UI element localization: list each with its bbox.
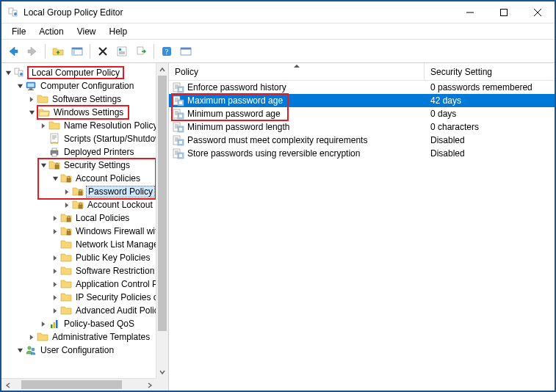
tree-item-windows-firewall[interactable]: Windows Firewall with Advanced Security [3, 225, 156, 238]
tree-item-deployed-printers[interactable]: Deployed Printers [3, 145, 156, 159]
list-row[interactable]: Minimum password age0 days [169, 107, 555, 120]
toolbar-up-button[interactable] [49, 43, 67, 60]
tree-item-software-settings[interactable]: Software Settings [3, 92, 156, 106]
scroll-down-button[interactable] [156, 366, 168, 378]
chevron-right-icon [29, 334, 35, 341]
toolbar-back-button[interactable] [4, 43, 22, 60]
expander[interactable] [62, 186, 72, 197]
scroll-right-button[interactable] [143, 379, 156, 391]
list-row[interactable]: Enforce password history0 passwords reme… [169, 81, 555, 94]
chevron-left-icon [5, 382, 11, 388]
expander[interactable] [50, 266, 60, 276]
printer-icon [48, 146, 60, 158]
maximize-button[interactable] [487, 1, 521, 23]
expander[interactable] [26, 107, 37, 117]
scroll-left-button[interactable] [1, 379, 14, 391]
tree-item-account-lockout[interactable]: Account Lockout Policy [3, 198, 156, 211]
list-row[interactable]: Password must meet complexity requiremen… [169, 134, 555, 147]
scroll-track[interactable] [14, 379, 143, 391]
close-button[interactable] [521, 1, 555, 23]
chevron-right-icon [52, 308, 59, 314]
cell-setting: Disabled [425, 148, 555, 159]
toolbar-help-button[interactable] [158, 43, 176, 60]
expander[interactable] [50, 253, 60, 263]
toolbar-view-button[interactable] [177, 43, 195, 60]
menu-action[interactable]: Action [33, 25, 69, 38]
minimize-icon [466, 9, 474, 16]
expander[interactable] [50, 305, 60, 316]
maximize-icon [500, 9, 508, 16]
list-row[interactable]: Store passwords using reversible encrypt… [169, 147, 555, 160]
delete-icon [97, 46, 109, 57]
cell-policy: Enforce password history [169, 81, 425, 93]
column-header-setting[interactable]: Security Setting [425, 63, 555, 80]
tree-item-software-restriction[interactable]: Software Restriction Policies [3, 264, 156, 277]
tree-item-local-policies[interactable]: Local Policies [3, 211, 156, 225]
list-row[interactable]: Maximum password age42 days [169, 94, 555, 107]
vertical-scrollbar[interactable] [156, 63, 168, 378]
tree-item-advanced-audit[interactable]: Advanced Audit Policy Configuration [3, 304, 156, 317]
menu-file[interactable]: File [6, 25, 32, 38]
tree-label: Advanced Audit Policy Configuration [74, 305, 168, 316]
menu-help[interactable]: Help [104, 25, 134, 38]
scroll-up-button[interactable] [156, 63, 168, 76]
tree-label: Security Settings [62, 160, 131, 170]
scroll-thumb[interactable] [21, 380, 122, 389]
titlebar: Local Group Policy Editor [1, 1, 555, 23]
tree-label: Account Policies [74, 173, 142, 184]
list-row[interactable]: Minimum password length0 characters [169, 120, 555, 134]
expander[interactable] [62, 200, 72, 210]
toolbar-delete-button[interactable] [94, 43, 112, 60]
tree-item-computer-configuration[interactable]: Computer Configuration [3, 79, 156, 92]
tree-item-password-policy[interactable]: Password Policy [3, 185, 156, 198]
scroll-track[interactable] [156, 76, 168, 366]
expander[interactable] [50, 173, 60, 184]
tree-item-windows-settings[interactable]: Windows Settings [3, 106, 156, 119]
tree-item-name-resolution[interactable]: Name Resolution Policy [3, 119, 156, 132]
tree-item-ip-security[interactable]: IP Security Policies on Local Computer [3, 291, 156, 304]
toolbar-export-button[interactable] [132, 43, 150, 60]
scroll-thumb[interactable] [158, 76, 167, 331]
expander[interactable] [50, 226, 60, 236]
list-body[interactable]: Enforce password history0 passwords reme… [169, 81, 555, 160]
policy-item-icon [173, 81, 184, 93]
policy-item-icon [173, 134, 184, 146]
tree-item-scripts[interactable]: Scripts (Startup/Shutdown) [3, 132, 156, 145]
scroll-corner [156, 378, 168, 391]
expander[interactable] [26, 94, 37, 104]
expander[interactable] [50, 213, 60, 223]
expander[interactable] [15, 81, 25, 91]
expander[interactable] [15, 345, 25, 355]
horizontal-scrollbar[interactable] [1, 378, 156, 391]
tree-item-network-list[interactable]: Network List Manager Policies [3, 238, 156, 251]
cell-setting: 0 passwords remembered [425, 82, 555, 92]
tree-item-admin-templates[interactable]: Administrative Templates [3, 330, 156, 344]
chevron-right-icon [52, 294, 59, 301]
tree-label: User Configuration [39, 345, 115, 355]
toolbar-separator [45, 44, 46, 59]
tree-item-application-control[interactable]: Application Control Policies [3, 277, 156, 291]
expander[interactable] [50, 292, 60, 302]
expander[interactable] [38, 319, 48, 329]
tree-item-account-policies[interactable]: Account Policies [3, 172, 156, 185]
expander[interactable] [38, 160, 48, 170]
tree-item-policy-qos[interactable]: Policy-based QoS [3, 317, 156, 330]
toolbar-forward-button[interactable] [24, 43, 41, 60]
expander[interactable] [3, 68, 13, 78]
chevron-right-icon [52, 268, 59, 275]
tree-item-user-configuration[interactable]: User Configuration [3, 344, 156, 357]
toolbar-properties-button[interactable] [113, 43, 131, 60]
expander[interactable] [26, 332, 37, 342]
toolbar-showpane-button[interactable] [68, 43, 86, 60]
chevron-right-icon [40, 123, 47, 129]
column-header-policy[interactable]: Policy [169, 63, 425, 80]
tree-item-security-settings[interactable]: Security Settings [3, 159, 156, 172]
navigation-tree[interactable]: Local Computer Policy Computer Configura… [1, 63, 168, 369]
expander[interactable] [38, 120, 48, 131]
tree-item-public-key[interactable]: Public Key Policies [3, 251, 156, 264]
tree-item-local-computer-policy[interactable]: Local Computer Policy [3, 66, 156, 79]
close-icon [534, 9, 541, 16]
menu-view[interactable]: View [71, 25, 102, 38]
expander[interactable] [50, 279, 60, 289]
minimize-button[interactable] [453, 1, 487, 23]
